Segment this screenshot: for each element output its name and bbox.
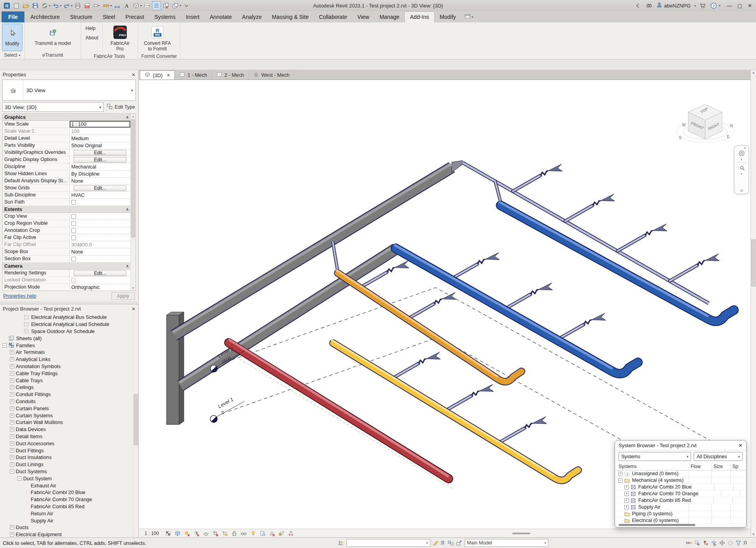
select-pinned-icon[interactable] [701, 539, 710, 547]
steering-wheel-icon[interactable] [738, 150, 745, 158]
project-browser-item-ceilings[interactable]: +Ceilings [0, 384, 138, 391]
tree-expander-icon[interactable]: − [10, 469, 14, 474]
duct-fabricair-red[interactable] [229, 340, 449, 479]
save-icon[interactable] [31, 1, 40, 10]
properties-scrollbar[interactable]: ▲ ▼ [130, 114, 135, 291]
system-browser-item-electrical-0-systems[interactable]: Electrical (0 systems) [615, 517, 746, 524]
ribbon-tab-add-ins[interactable]: Add-Ins [404, 11, 434, 22]
tree-expander-icon[interactable]: + [10, 525, 14, 529]
file-doc-icon[interactable] [12, 1, 21, 10]
reveal-hidden-icon[interactable] [249, 529, 258, 537]
property-row-show-hidden-lines[interactable]: Show Hidden LinesBy Discipline [3, 170, 130, 178]
properties-section-camera[interactable]: Camera∧ [3, 263, 130, 270]
tree-expander-icon[interactable]: + [618, 472, 623, 476]
hide-isolate-icon[interactable] [240, 529, 248, 537]
property-row-show-grids[interactable]: Show GridsEdit... [3, 185, 130, 192]
modify-button[interactable]: Modify [2, 24, 22, 51]
project-browser-item-supply-air[interactable]: Supply Air [0, 517, 138, 524]
air-diffuser[interactable] [705, 254, 719, 261]
property-row-projection-mode[interactable]: Projection ModeOrthographic [3, 284, 130, 291]
air-diffuser[interactable] [479, 384, 493, 391]
air-diffuser[interactable] [426, 352, 441, 359]
export-pdf-icon[interactable]: PDF [83, 1, 92, 10]
crop-view-icon[interactable] [211, 529, 220, 537]
fabricair-help-button[interactable]: Help [83, 26, 101, 31]
tree-expander-icon[interactable]: + [10, 378, 14, 383]
sun-path-icon[interactable] [183, 529, 191, 537]
tree-expander-icon[interactable]: − [17, 476, 22, 481]
checkbox[interactable] [71, 214, 76, 219]
property-row-crop-view[interactable]: Crop View [3, 213, 130, 220]
air-diffuser[interactable] [538, 283, 552, 290]
project-browser-item-fabricair-combi-20-blue[interactable]: FabricAir Combi 20 Blue [0, 489, 138, 496]
measure-icon[interactable] [102, 1, 111, 10]
switch-windows-icon[interactable] [171, 1, 180, 10]
air-diffuser[interactable] [548, 164, 562, 171]
type-selector[interactable]: 3D View ▾ [2, 80, 136, 101]
project-browser-item-electrical-analytical-bus-schedule[interactable]: Electrical Analytical Bus Schedule [0, 314, 138, 321]
project-browser-item-analytical-links[interactable]: +Analytical Links [0, 356, 138, 363]
displacement-sets-icon[interactable] [278, 529, 286, 537]
edit-button[interactable]: Edit... [74, 270, 126, 276]
view-lock-icon[interactable] [230, 529, 239, 537]
checkbox[interactable] [71, 278, 76, 283]
tree-expander-icon[interactable]: + [624, 492, 629, 496]
ribbon-tab-modify[interactable]: Modify [435, 12, 461, 22]
view-cube[interactable]: S N E W TOP FRONT RIGHT [672, 98, 739, 150]
close-view-tab-icon[interactable]: ✕ [167, 73, 170, 78]
crop-region-icon[interactable] [221, 529, 229, 537]
scale-button[interactable]: 1 : 100 [143, 531, 163, 536]
detail-level-icon[interactable] [164, 529, 172, 537]
close-hidden-windows-icon[interactable] [161, 1, 170, 10]
view-tab-2-mech[interactable]: 2 - Mech [212, 70, 249, 80]
air-diffuser[interactable] [653, 224, 667, 231]
air-diffuser[interactable] [532, 417, 547, 424]
background-processes-icon[interactable] [726, 539, 734, 547]
property-row-graphic-display-options[interactable]: Graphic Display OptionsEdit... [3, 156, 130, 163]
tree-expander-icon[interactable]: − [618, 478, 623, 483]
round-duct-main[interactable] [333, 163, 709, 304]
convert-rfa-button[interactable]: RRFA Convert RFAto FormIt [140, 24, 175, 54]
visual-style-icon[interactable] [174, 529, 182, 537]
dropdown-arrow-icon[interactable]: ▾ [110, 4, 112, 7]
thin-lines-icon[interactable] [152, 1, 161, 10]
open-icon[interactable] [21, 1, 30, 10]
project-browser-item-exhaust-air[interactable]: Exhaust Air [0, 482, 138, 489]
analytical-model-icon[interactable] [268, 529, 276, 537]
project-browser-item-cable-trays[interactable]: +Cable Trays [0, 377, 138, 384]
tree-expander-icon[interactable]: + [10, 455, 14, 459]
property-row-parts-visibility[interactable]: Parts VisibilityShow Original [3, 142, 130, 149]
edit-button[interactable]: Edit... [74, 185, 126, 191]
account-menu[interactable]: abeNZNPG ▾ [656, 2, 696, 9]
level-1-annotation[interactable]: Level 1 0 [210, 396, 245, 422]
tree-expander-icon[interactable]: + [10, 406, 14, 411]
duct-fabricair-yellow[interactable] [332, 340, 578, 480]
air-diffuser[interactable] [485, 253, 499, 260]
dropdown-arrow-icon[interactable]: ▾ [60, 4, 61, 7]
property-row-scope-box[interactable]: Scope BoxNone [3, 248, 130, 255]
system-browser-item-fabricair-combi-20-blue[interactable]: +FabricAir Combi 20 Blue [615, 484, 746, 491]
system-browser-item-unassigned-0-items[interactable]: +?Unassigned (0 items) [615, 470, 746, 477]
system-browser-item-fabricair-combi-70-orange[interactable]: +FabricAir Combi 70 Orange [615, 491, 746, 497]
project-browser-scrollbar[interactable] [133, 313, 138, 537]
project-browser-item-families[interactable]: −Families [0, 342, 138, 349]
property-row-detail-level[interactable]: Detail LevelMedium [3, 135, 130, 142]
dropdown-arrow-icon[interactable]: ▾ [180, 4, 181, 7]
air-diffuser[interactable] [600, 194, 615, 201]
project-browser-item-duct-accessories[interactable]: +Duct Accessories [0, 440, 138, 447]
tree-expander-icon[interactable]: + [10, 448, 14, 453]
properties-close-icon[interactable]: ✕ [132, 72, 135, 78]
tree-expander-icon[interactable]: + [10, 441, 14, 446]
checkbox[interactable] [71, 228, 76, 233]
vertical-scrollbar[interactable]: ▲ ▼ [750, 70, 756, 537]
tree-expander-icon[interactable]: + [10, 350, 14, 354]
project-browser-item-curtain-systems[interactable]: +Curtain Systems [0, 412, 138, 419]
ribbon-display-toggle[interactable]: ▾ [464, 13, 473, 21]
project-browser-item-conduit-fittings[interactable]: +Conduit Fittings [0, 391, 138, 398]
system-browser-view-select[interactable]: Systems▾ [619, 452, 691, 461]
filter-icon[interactable] [734, 539, 743, 547]
fabricair-about-button[interactable]: About [83, 35, 101, 41]
view-tab-3d[interactable]: {3D}✕ [140, 70, 175, 80]
section-icon[interactable] [143, 1, 152, 10]
transmit-model-button[interactable]: Transmit a model [27, 24, 79, 51]
